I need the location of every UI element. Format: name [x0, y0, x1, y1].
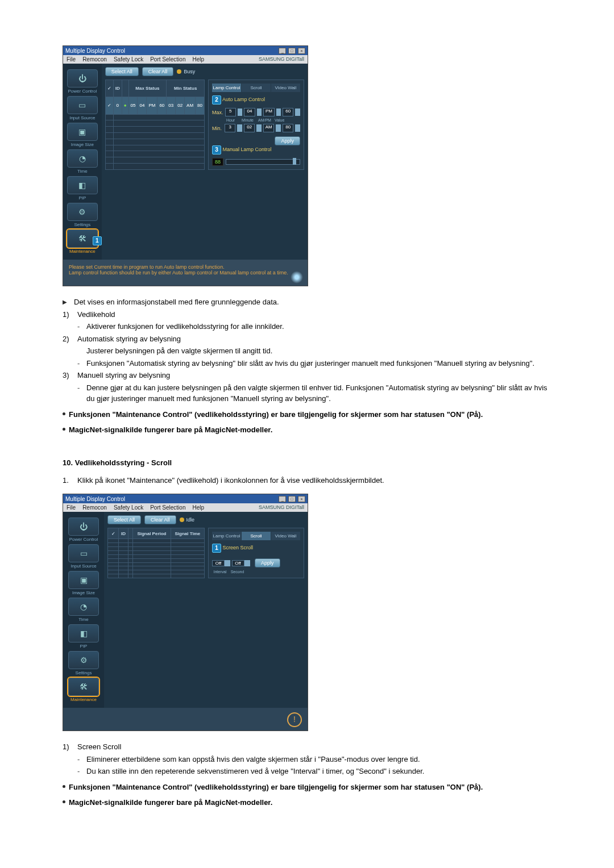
apply-button[interactable]: Apply — [275, 136, 300, 145]
settings-icon[interactable]: ⚙ — [68, 651, 99, 669]
dropdown-icon[interactable] — [237, 124, 242, 132]
select-all-button[interactable]: Select All — [105, 67, 139, 76]
select-all-button[interactable]: Select All — [107, 515, 141, 524]
pip-label: PIP — [64, 644, 103, 649]
close-icon[interactable]: × — [298, 496, 305, 502]
image-size-icon[interactable]: ▣ — [67, 123, 98, 141]
table-row[interactable] — [108, 570, 205, 574]
maximize-icon[interactable]: □ — [288, 496, 296, 502]
table-row[interactable] — [108, 566, 205, 570]
col-check[interactable]: ✓ — [108, 528, 119, 539]
table-row[interactable] — [105, 164, 204, 170]
row-check[interactable]: ✓ — [105, 97, 113, 114]
table-row[interactable] — [105, 157, 204, 164]
close-icon[interactable]: × — [298, 48, 305, 54]
dropdown-icon[interactable] — [257, 108, 262, 116]
col-flag — [122, 80, 128, 97]
col-signal-time: Signal Time — [171, 528, 204, 539]
sub-text: Eliminerer etterbildene som kan oppstå h… — [86, 754, 420, 765]
interval-select[interactable]: Off — [212, 560, 225, 566]
menu-file[interactable]: File — [67, 56, 76, 62]
dropdown-icon[interactable] — [238, 108, 243, 116]
pip-icon[interactable]: ◧ — [68, 624, 99, 642]
row-flag-icon: ● — [122, 97, 128, 114]
table-row[interactable] — [105, 114, 204, 120]
titlebar[interactable]: Multiple Display Control _ □ × — [63, 46, 308, 55]
menu-safety[interactable]: Safety Lock — [114, 504, 143, 511]
menu-port[interactable]: Port Selection — [150, 504, 185, 511]
table-row[interactable] — [105, 133, 204, 139]
menu-help[interactable]: Help — [192, 504, 204, 511]
maintenance-label: Maintenance — [64, 697, 103, 702]
dropdown-icon[interactable] — [225, 560, 230, 566]
tab-scroll[interactable]: Scroll — [242, 532, 271, 540]
tab-lamp-control[interactable]: Lamp Control — [212, 532, 241, 540]
settings-icon[interactable]: ⚙ — [67, 203, 98, 221]
time-icon[interactable]: ◔ — [68, 598, 99, 616]
power-control-icon[interactable]: ⏻ — [68, 518, 99, 536]
dropdown-icon[interactable] — [256, 124, 262, 132]
tab-scroll[interactable]: Scroll — [242, 84, 271, 92]
min-ampm-input[interactable]: AM — [263, 124, 274, 132]
table-row[interactable] — [105, 139, 204, 145]
bullet-icon — [63, 800, 65, 803]
power-control-icon[interactable]: ⏻ — [67, 69, 98, 87]
second-select[interactable]: Off — [232, 560, 244, 566]
table-row[interactable] — [108, 554, 205, 558]
auto-lamp-title: Auto Lamp Control — [222, 97, 265, 102]
minimize-icon[interactable]: _ — [279, 48, 286, 54]
table-row[interactable] — [108, 547, 205, 551]
bullet-icon — [63, 428, 65, 431]
min-hour-input[interactable]: 3 — [225, 124, 235, 132]
input-source-icon[interactable]: ▭ — [67, 96, 98, 114]
dropdown-icon[interactable] — [295, 108, 300, 116]
table-row[interactable] — [108, 550, 205, 554]
table-row[interactable] — [105, 151, 204, 157]
table-row[interactable] — [108, 558, 205, 562]
dropdown-icon[interactable] — [244, 560, 250, 566]
slider-thumb-icon[interactable] — [293, 158, 296, 165]
minimize-icon[interactable]: _ — [279, 496, 286, 502]
input-source-icon[interactable]: ▭ — [68, 544, 99, 562]
max-hour-input[interactable]: 5 — [225, 108, 236, 116]
manual-slider[interactable] — [226, 159, 300, 165]
table-row[interactable] — [108, 539, 205, 543]
clear-all-button[interactable]: Clear All — [142, 67, 174, 76]
dropdown-icon[interactable] — [276, 108, 281, 116]
tab-video-wall[interactable]: Video Wall — [271, 84, 300, 92]
table-row[interactable] — [108, 574, 205, 578]
col-check[interactable]: ✓ — [105, 80, 113, 97]
table-row[interactable]: ✓ 0 ● 05 04 PM 60 03 02 AM 80 — [105, 97, 204, 114]
window-buttons[interactable]: _ □ × — [278, 47, 305, 54]
menu-file[interactable]: File — [67, 504, 76, 511]
menu-port[interactable]: Port Selection — [150, 56, 185, 62]
time-icon[interactable]: ◔ — [67, 149, 98, 168]
max-ampm-input[interactable]: PM — [263, 108, 274, 116]
apply-button[interactable]: Apply — [255, 558, 280, 567]
clear-all-button[interactable]: Clear All — [144, 515, 176, 524]
menu-remocon[interactable]: Remocon — [82, 504, 107, 511]
dropdown-icon[interactable] — [276, 124, 281, 132]
tab-lamp-control[interactable]: Lamp Control — [212, 84, 241, 92]
dropdown-icon[interactable] — [295, 124, 300, 132]
pip-icon[interactable]: ◧ — [67, 176, 98, 194]
sub-text: Denne gjør at du kan justere belysningen… — [86, 382, 551, 404]
table-row[interactable] — [108, 543, 205, 547]
maximize-icon[interactable]: □ — [288, 48, 296, 54]
min-minute-input[interactable]: 02 — [244, 124, 255, 132]
menu-help[interactable]: Help — [192, 56, 204, 62]
image-size-icon[interactable]: ▣ — [68, 571, 99, 589]
titlebar[interactable]: Multiple Display Control _ □ × — [63, 494, 308, 503]
table-row[interactable] — [105, 145, 204, 151]
table-row[interactable] — [108, 562, 205, 566]
tab-video-wall[interactable]: Video Wall — [271, 532, 300, 540]
table-row[interactable] — [105, 127, 204, 133]
max-minute-input[interactable]: 04 — [244, 108, 255, 116]
menu-remocon[interactable]: Remocon — [82, 56, 107, 62]
max-value-input[interactable]: 60 — [283, 108, 293, 116]
window-buttons[interactable]: _ □ × — [278, 495, 305, 502]
maintenance-icon[interactable]: 🛠 — [68, 678, 99, 696]
table-row[interactable] — [105, 120, 204, 127]
menu-safety[interactable]: Safety Lock — [114, 56, 143, 62]
min-value-input[interactable]: 80 — [283, 124, 293, 132]
